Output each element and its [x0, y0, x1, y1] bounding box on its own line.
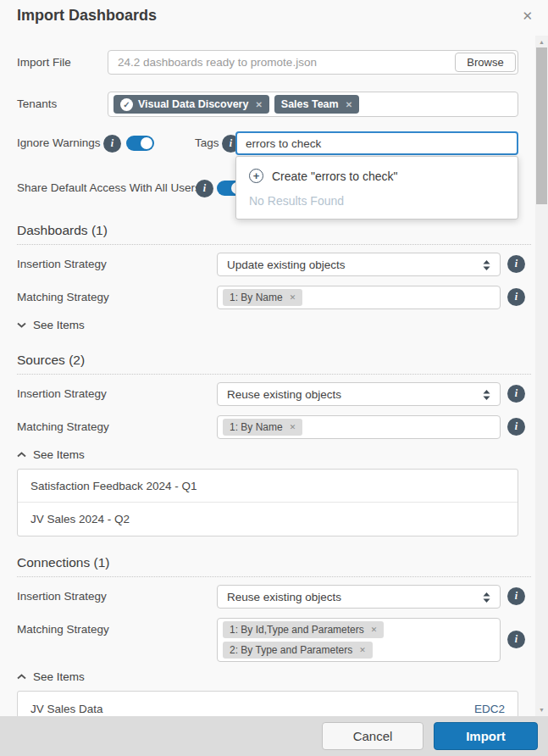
info-icon[interactable] — [507, 418, 525, 436]
ignore-warnings-label: Ignore Warnings — [17, 131, 101, 155]
matching-tag: 1: By Name — [223, 419, 302, 436]
select-spinner-icon — [482, 259, 491, 274]
list-item: JV Sales 2024 - Q2 — [18, 503, 518, 536]
item-badge: EDC2 — [474, 703, 505, 715]
matching-strategy-label: Matching Strategy — [17, 291, 109, 303]
insertion-strategy-value: Reuse existing objects — [227, 591, 341, 603]
insertion-strategy-row: Insertion Strategy Reuse existing object… — [17, 382, 531, 406]
item-name: JV Sales Data — [30, 703, 103, 715]
list-item: JV Sales Data EDC2 — [18, 692, 518, 716]
tenant-tag: Sales Team — [274, 95, 359, 114]
page-title: Import Dashboards — [17, 7, 157, 25]
scroll-down-icon[interactable] — [535, 703, 548, 716]
matching-tag-label: 1: By Name — [230, 292, 283, 303]
insertion-strategy-value: Update existing objects — [227, 258, 346, 271]
info-icon[interactable] — [507, 288, 525, 306]
chevron-up-icon — [17, 674, 26, 680]
items-list: Satisfaction Feedback 2024 - Q1 JV Sales… — [17, 469, 518, 536]
matching-strategy-row: Matching Strategy 1: By Id,Type and Para… — [17, 618, 531, 662]
tags-label: Tags — [195, 131, 219, 155]
dialog-header: Import Dashboards — [0, 0, 548, 36]
share-default-label: Share Default Access With All Users — [17, 177, 201, 199]
items-list: JV Sales Data EDC2 — [17, 691, 518, 716]
import-file-label: Import File — [17, 56, 71, 69]
no-results-text: No Results Found — [236, 186, 518, 208]
matching-tag-label: 1: By Name — [230, 421, 283, 433]
scrollbar-thumb[interactable] — [536, 47, 547, 204]
see-items-toggle[interactable]: See Items — [17, 447, 119, 462]
matching-strategy-row: Matching Strategy 1: By Name — [17, 286, 531, 309]
tenant-tag-label: Sales Team — [281, 98, 339, 110]
info-icon[interactable] — [507, 631, 525, 648]
browse-button[interactable]: Browse — [455, 53, 516, 72]
list-item: Satisfaction Feedback 2024 - Q1 — [18, 470, 518, 503]
create-tag-option[interactable]: Create "errors to check" — [236, 166, 518, 186]
matching-strategy-field[interactable]: 1: By Id,Type and Parameters 2: By Type … — [217, 618, 501, 662]
see-items-toggle[interactable]: See Items — [17, 670, 119, 684]
close-icon[interactable] — [520, 7, 534, 25]
ignore-warnings-toggle[interactable] — [126, 136, 154, 151]
matching-tag: 2: By Type and Parameters — [223, 642, 373, 659]
matching-strategy-label: Matching Strategy — [17, 420, 109, 433]
tenants-label: Tenants — [17, 97, 57, 110]
warnings-tags-row: Ignore Warnings Tags Create "errors to c… — [17, 131, 531, 155]
check-circle-icon — [120, 98, 133, 111]
tenants-row: Tenants Visual Data Discovery Sales Team — [17, 92, 531, 117]
insertion-strategy-select[interactable]: Reuse existing objects — [217, 382, 501, 406]
remove-tag-icon[interactable] — [359, 646, 366, 654]
create-tag-label: Create "errors to check" — [272, 170, 397, 183]
matching-tag-label: 2: By Type and Parameters — [230, 644, 352, 656]
remove-tag-icon[interactable] — [290, 293, 296, 302]
matching-tag: 1: By Name — [223, 289, 302, 306]
matching-strategy-field[interactable]: 1: By Name — [217, 286, 501, 309]
remove-tag-icon[interactable] — [255, 100, 262, 109]
section-title: Connections (1) — [17, 555, 531, 577]
section-dashboards: Dashboards (1) Insertion Strategy Update… — [0, 223, 535, 332]
tags-dropdown: Create "errors to check" No Results Foun… — [235, 156, 518, 220]
see-items-label: See Items — [33, 670, 85, 683]
vertical-scrollbar — [535, 36, 548, 716]
matching-strategy-field[interactable]: 1: By Name — [217, 415, 501, 439]
tenant-tag: Visual Data Discovery — [113, 95, 269, 114]
insertion-strategy-label: Insertion Strategy — [17, 590, 107, 603]
dialog-content: Import File Browse Tenants Visual Data D… — [0, 36, 535, 716]
insertion-strategy-value: Reuse existing objects — [227, 388, 341, 401]
insertion-strategy-label: Insertion Strategy — [17, 258, 107, 270]
remove-tag-icon[interactable] — [290, 423, 296, 431]
plus-circle-icon — [249, 169, 263, 183]
chevron-down-icon — [17, 322, 26, 328]
tenants-field[interactable]: Visual Data Discovery Sales Team — [108, 92, 518, 117]
info-icon[interactable] — [507, 385, 525, 403]
tags-input[interactable] — [235, 131, 518, 155]
select-spinner-icon — [482, 592, 491, 606]
matching-strategy-label: Matching Strategy — [17, 623, 109, 636]
insertion-strategy-row: Insertion Strategy Update existing objec… — [17, 253, 531, 276]
scroll-up-icon[interactable] — [535, 36, 548, 48]
section-connections: Connections (1) Insertion Strategy Reuse… — [0, 555, 535, 716]
insertion-strategy-select[interactable]: Reuse existing objects — [217, 585, 501, 609]
see-items-label: See Items — [33, 448, 85, 461]
info-icon[interactable] — [196, 180, 213, 197]
insertion-strategy-label: Insertion Strategy — [17, 387, 107, 400]
info-icon[interactable] — [103, 135, 121, 153]
see-items-toggle[interactable]: See Items — [17, 318, 119, 332]
item-name: Satisfaction Feedback 2024 - Q1 — [30, 480, 197, 492]
select-spinner-icon — [482, 389, 491, 403]
insertion-strategy-select[interactable]: Update existing objects — [217, 253, 501, 276]
section-sources: Sources (2) Insertion Strategy Reuse exi… — [0, 353, 535, 536]
cancel-button[interactable]: Cancel — [322, 722, 423, 750]
import-button[interactable]: Import — [434, 722, 538, 750]
dialog-footer: Cancel Import — [0, 716, 548, 756]
info-icon[interactable] — [507, 587, 525, 605]
import-dashboards-dialog: Import Dashboards Import File Browse Ten… — [0, 0, 548, 756]
see-items-label: See Items — [33, 319, 85, 331]
section-title: Dashboards (1) — [17, 223, 531, 245]
info-icon[interactable] — [507, 255, 525, 273]
remove-tag-icon[interactable] — [346, 100, 352, 109]
remove-tag-icon[interactable] — [371, 625, 378, 634]
matching-strategy-row: Matching Strategy 1: By Name — [17, 415, 531, 439]
section-title: Sources (2) — [17, 353, 531, 375]
tenant-tag-label: Visual Data Discovery — [138, 98, 248, 110]
matching-tag: 1: By Id,Type and Parameters — [223, 621, 384, 638]
item-name: JV Sales 2024 - Q2 — [30, 513, 130, 525]
